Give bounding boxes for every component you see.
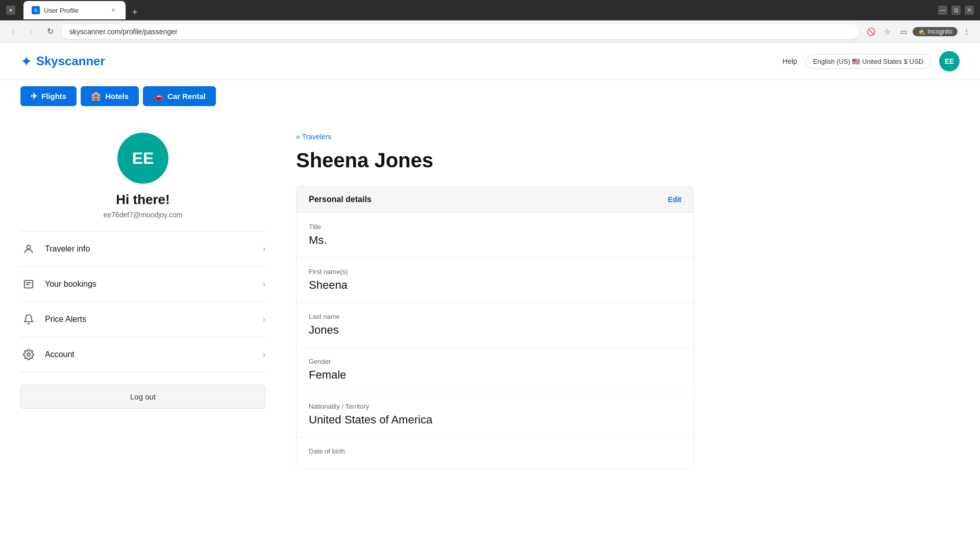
hotels-tab[interactable]: 🏨 Hotels	[81, 86, 139, 106]
car-rental-label: Car Rental	[167, 92, 206, 101]
address-bar[interactable]	[61, 24, 860, 39]
refresh-button[interactable]: ↻	[43, 24, 57, 39]
passenger-name: Sheena Jones	[296, 149, 694, 172]
tab-title: User Profile	[44, 7, 105, 14]
user-card: EE Hi there! ee76def7@moodjoy.com	[20, 133, 265, 231]
detail-row-gender: Gender Female	[297, 347, 694, 392]
detail-value-gender: Female	[309, 368, 681, 382]
tabs-bar: S User Profile × +	[19, 1, 146, 19]
menu-button[interactable]: ⋮	[960, 24, 974, 39]
help-link[interactable]: Help	[782, 57, 797, 65]
detail-label-lastname: Last name	[309, 313, 681, 320]
edit-link[interactable]: Edit	[668, 195, 681, 204]
chevron-right-icon: ›	[263, 244, 265, 254]
site-header: ✦ Skyscanner Help English (US) 🇺🇸 United…	[0, 43, 980, 80]
browser-titlebar: ▾ S User Profile × + — ⧉ ✕	[0, 0, 980, 20]
chevron-down-icon: ▾	[9, 7, 12, 14]
bookmark-icon[interactable]: ☆	[880, 24, 894, 39]
traveler-info-label: Traveler info	[45, 244, 90, 254]
detail-label-dob: Date of birth	[309, 447, 681, 455]
chevron-right-icon: ›	[263, 350, 265, 359]
account-icon	[20, 346, 37, 363]
main-layout: EE Hi there! ee76def7@moodjoy.com Travel…	[0, 112, 715, 489]
detail-value-nationality: United States of America	[309, 413, 681, 427]
bookings-icon	[20, 276, 37, 292]
details-header: Personal details Edit	[297, 187, 694, 213]
user-initials-large: EE	[132, 149, 154, 168]
restore-button[interactable]: ⧉	[951, 6, 961, 15]
tab-close-button[interactable]: ×	[109, 6, 117, 14]
user-avatar-header[interactable]: EE	[939, 51, 960, 71]
chevron-down-btn[interactable]: ▾	[6, 6, 15, 15]
browser-toolbar: ‹ › ↻ 🚫 ☆ ▭ 🕵 Incognito ⋮	[0, 20, 980, 43]
bookings-label: Your bookings	[45, 280, 96, 289]
user-avatar-large: EE	[117, 133, 168, 184]
chevron-right-icon: ›	[263, 280, 265, 289]
price-alerts-label: Price Alerts	[45, 315, 86, 324]
detail-label-gender: Gender	[309, 358, 681, 365]
active-tab[interactable]: S User Profile ×	[23, 1, 126, 19]
logo-text: Skyscanner	[36, 54, 105, 68]
logo[interactable]: ✦ Skyscanner	[20, 53, 105, 70]
detail-label-title: Title	[309, 223, 681, 231]
eye-slash-icon[interactable]: 🚫	[864, 24, 878, 39]
sidebar-item-left: Traveler info	[20, 241, 90, 257]
personal-details-section: Personal details Edit Title Ms. First na…	[296, 186, 694, 469]
logo-icon: ✦	[20, 53, 32, 70]
sidebar-nav: Traveler info › Your bookings ›	[20, 231, 265, 372]
sidebar-item-left: Price Alerts	[20, 311, 86, 328]
nav-tabs: ✈ Flights 🏨 Hotels 🚗 Car Rental	[0, 80, 980, 112]
header-right: Help English (US) 🇺🇸 United States $ USD…	[782, 51, 960, 71]
tab-favicon: S	[32, 6, 40, 14]
detail-label-firstname: First name(s)	[309, 268, 681, 276]
svg-point-4	[27, 353, 30, 356]
user-email: ee76def7@moodjoy.com	[104, 211, 183, 219]
chevron-right-icon: ›	[263, 315, 265, 324]
browser-chrome: ▾ S User Profile × + — ⧉ ✕ ‹ › ↻ 🚫 ☆	[0, 0, 980, 43]
car-rental-tab[interactable]: 🚗 Car Rental	[143, 86, 216, 106]
address-bar-wrap	[61, 24, 860, 39]
user-initials-header: EE	[945, 57, 954, 65]
flights-label: Flights	[41, 92, 66, 101]
price-alerts-icon	[20, 311, 37, 328]
new-tab-button[interactable]: +	[128, 5, 142, 19]
detail-row-lastname: Last name Jones	[297, 303, 694, 347]
sidebar-item-left: Your bookings	[20, 276, 96, 292]
sidebar-item-bookings[interactable]: Your bookings ›	[20, 267, 265, 302]
detail-value-lastname: Jones	[309, 323, 681, 337]
detail-row-dob: Date of birth	[297, 437, 694, 468]
detail-value-title: Ms.	[309, 234, 681, 247]
detail-row-title: Title Ms.	[297, 213, 694, 258]
page-content: ✦ Skyscanner Help English (US) 🇺🇸 United…	[0, 43, 980, 533]
forward-button[interactable]: ›	[24, 24, 39, 39]
toolbar-icons: 🚫 ☆ ▭ 🕵 Incognito ⋮	[864, 24, 974, 39]
hotels-icon: 🏨	[91, 91, 101, 101]
detail-row-firstname: First name(s) Sheena	[297, 258, 694, 303]
flights-icon: ✈	[31, 91, 37, 101]
sidebar-icon[interactable]: ▭	[896, 24, 911, 39]
content-panel: « Travelers Sheena Jones Personal detail…	[296, 133, 694, 469]
svg-point-0	[27, 245, 30, 249]
back-button[interactable]: ‹	[6, 24, 20, 39]
logout-button[interactable]: Log out	[20, 385, 265, 409]
window-controls: ▾	[6, 6, 15, 15]
detail-label-nationality: Nationality / Territory	[309, 403, 681, 410]
account-label: Account	[45, 350, 75, 359]
flights-tab[interactable]: ✈ Flights	[20, 86, 77, 106]
sidebar-item-left: Account	[20, 346, 75, 363]
traveler-info-icon	[20, 241, 37, 257]
incognito-label: Incognito	[927, 28, 952, 35]
close-button[interactable]: ✕	[965, 6, 974, 15]
detail-value-firstname: Sheena	[309, 279, 681, 292]
sidebar-item-account[interactable]: Account ›	[20, 337, 265, 372]
user-greeting: Hi there!	[116, 192, 169, 208]
breadcrumb[interactable]: « Travelers	[296, 133, 694, 141]
hotels-label: Hotels	[105, 92, 129, 101]
incognito-icon: 🕵	[918, 28, 925, 35]
sidebar-item-price-alerts[interactable]: Price Alerts ›	[20, 302, 265, 337]
minimize-button[interactable]: —	[938, 6, 947, 15]
locale-text: English (US) 🇺🇸 United States $ USD	[813, 58, 923, 65]
locale-button[interactable]: English (US) 🇺🇸 United States $ USD	[805, 54, 931, 69]
sidebar-item-traveler-info[interactable]: Traveler info ›	[20, 232, 265, 267]
sidebar: EE Hi there! ee76def7@moodjoy.com Travel…	[20, 133, 265, 469]
